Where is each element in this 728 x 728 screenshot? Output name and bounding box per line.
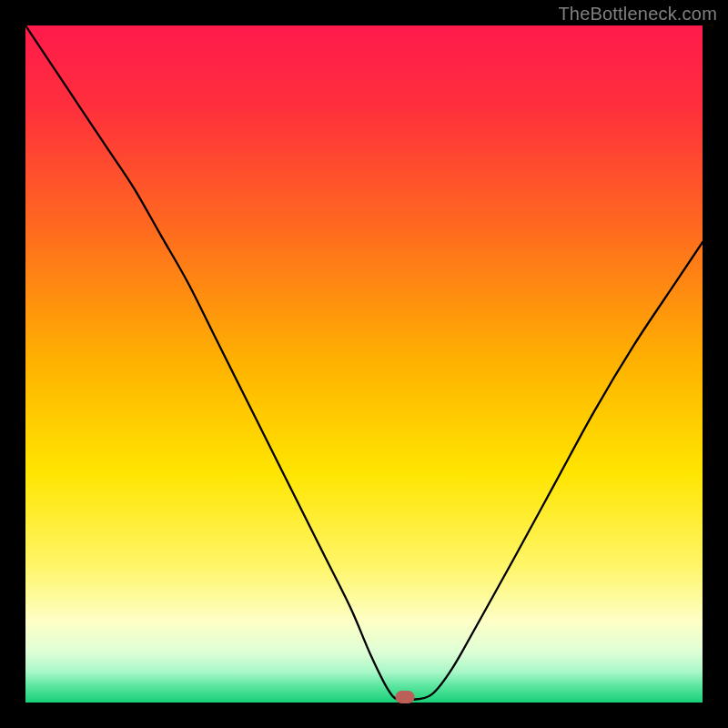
bottleneck-curve [25, 25, 703, 703]
optimal-point-marker [395, 691, 414, 703]
chart-frame: TheBottleneck.com [0, 0, 728, 728]
plot-area [25, 25, 703, 703]
watermark-text: TheBottleneck.com [558, 4, 717, 25]
